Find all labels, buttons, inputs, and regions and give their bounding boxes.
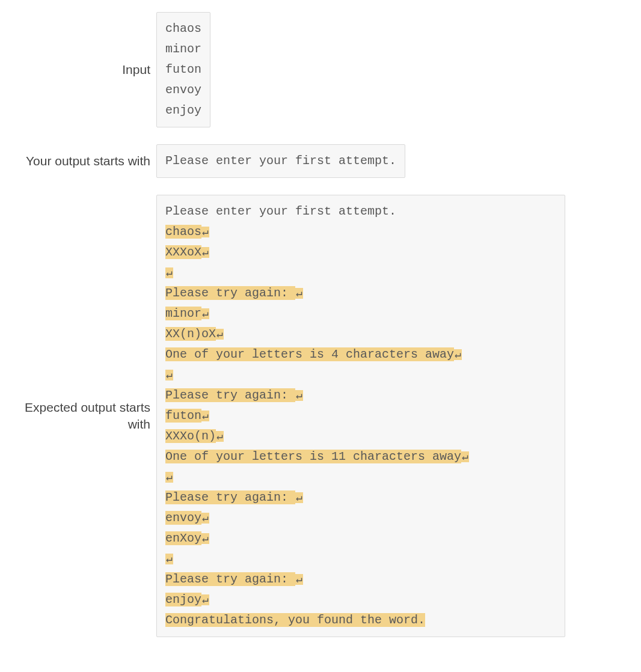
label-input: Input <box>18 61 156 78</box>
label-expected: Expected output starts with <box>18 399 156 433</box>
label-your-output: Your output starts with <box>18 153 156 170</box>
your-output-code-box: Please enter your first attempt. <box>156 144 405 178</box>
row-input: Input chaos minor futon envoy enjoy <box>18 12 623 127</box>
expected-output-code-box: Please enter your first attempt. chaos↵ … <box>156 195 565 637</box>
input-code-box: chaos minor futon envoy enjoy <box>156 12 210 127</box>
row-your-output: Your output starts with Please enter you… <box>18 144 623 178</box>
row-expected: Expected output starts with Please enter… <box>18 195 623 637</box>
